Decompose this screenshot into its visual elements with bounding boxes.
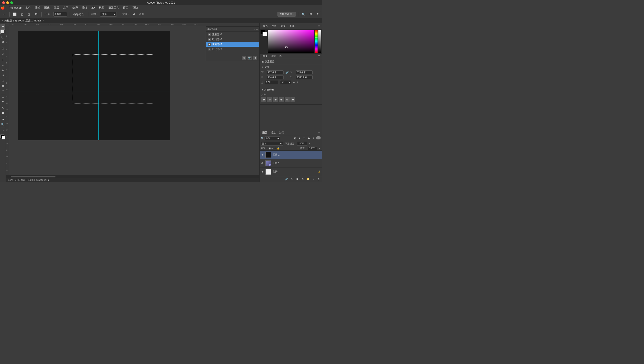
layers-tab[interactable]: 图层 (261, 130, 268, 135)
history-brush-btn[interactable]: ↺ (1, 73, 5, 78)
marquee-opts-1[interactable]: ◱ (19, 12, 25, 17)
filter-shape-btn[interactable]: ⬟ (307, 136, 311, 140)
lock-pixels-btn[interactable]: ▣ (269, 147, 271, 150)
layer-item-1[interactable]: 👁 ⧉ 牡鹿 1 (260, 159, 322, 168)
channels-tab[interactable]: 通道 (270, 130, 277, 135)
menu-window[interactable]: 窗口 (121, 5, 130, 10)
align-center-v-btn[interactable]: ⊟ (285, 97, 290, 102)
menu-text[interactable]: 文字 (61, 5, 70, 10)
history-expand-btn[interactable]: » (254, 28, 255, 30)
canvas-scrollbar-h[interactable] (6, 175, 259, 178)
marquee-rect-btn[interactable]: ⬜ (12, 12, 18, 17)
home-button[interactable]: ⌂ (1, 12, 7, 17)
layer-type-filter[interactable]: 类型 (265, 136, 280, 140)
fg-bg-boxes[interactable] (261, 30, 267, 36)
hue-strip[interactable] (315, 30, 318, 53)
x-input[interactable] (296, 70, 313, 74)
eraser-btn[interactable]: ◻ (1, 78, 5, 83)
layer-item-0[interactable]: 👁 图层 1 (260, 150, 322, 159)
style-select[interactable]: 正常 固定比例 固定大小 (100, 12, 117, 16)
menu-photoshop[interactable]: Photoshop (7, 6, 23, 10)
layer-mask-btn[interactable]: ◑ (295, 177, 299, 181)
hand-btn[interactable]: ☚ (1, 117, 5, 122)
minimize-button[interactable] (6, 1, 9, 4)
eyedropper-btn[interactable]: ⊘ (1, 51, 5, 56)
gradient-btn[interactable]: ▦ (1, 83, 5, 88)
filter-toggle[interactable] (316, 136, 321, 140)
share-button[interactable]: ⬆ (315, 12, 321, 17)
layer-fx-btn[interactable]: fx (290, 177, 294, 181)
move-tool-btn[interactable]: ✛ (1, 24, 5, 29)
libraries-tab[interactable]: 库 (278, 54, 283, 58)
layer-visibility-0[interactable]: 👁 (261, 153, 264, 156)
shape-btn[interactable]: ⬟ (1, 110, 5, 115)
status-arrow[interactable]: ▶ (48, 179, 50, 181)
layer-link-btn[interactable]: 🔗 (284, 177, 288, 181)
tab-close-btn[interactable]: ✕ (2, 20, 4, 22)
menu-help[interactable]: 帮助 (131, 5, 140, 10)
flip-h-btn[interactable]: ⇔ (293, 81, 295, 84)
opacity-expand-btn[interactable]: ▼ (308, 142, 310, 145)
link-wh-icon[interactable]: 🔗 (285, 71, 289, 74)
properties-tab[interactable]: 属性 (261, 54, 268, 58)
layer-group-btn[interactable]: 📁 (306, 177, 310, 181)
history-menu-btn[interactable]: ☰ (256, 28, 258, 30)
path-selection-btn[interactable]: ↖ (1, 105, 5, 110)
color-tab[interactable]: 颜色 (261, 24, 269, 28)
properties-menu-btn[interactable]: ☰ (318, 55, 320, 58)
canvas-background[interactable]: 历史记录 » ☰ ▣ 重新选择 ▣ 取消选择 (9, 26, 259, 175)
layout-button[interactable]: ⊟ (308, 12, 314, 17)
maximize-button[interactable] (10, 1, 13, 4)
history-new-snapshot-btn[interactable]: ⊞ (242, 56, 246, 60)
gradients-tab[interactable]: 渐变 (279, 24, 287, 28)
crop-tool-btn[interactable]: ⊡ (1, 46, 5, 51)
history-item-3[interactable]: ▣ 取消选择 (206, 47, 259, 52)
layer-delete-btn[interactable]: 🗑 (317, 177, 321, 181)
width-input[interactable] (267, 70, 284, 74)
lasso-tool-btn[interactable]: ◯ (1, 34, 5, 39)
marquee-opts-3[interactable]: ⊡ (33, 12, 39, 17)
marquee-tool-btn[interactable]: ⬜ (1, 29, 5, 34)
align-top-btn[interactable]: ⬣ (279, 97, 284, 102)
lock-position-btn[interactable]: ✏ (271, 147, 273, 150)
align-right-btn[interactable]: ⬣ (273, 97, 278, 102)
align-bottom-btn[interactable]: ⬣ (290, 97, 295, 102)
lock-artboard-btn[interactable]: ✛ (274, 147, 276, 150)
angle-ref-select[interactable]: ⊡ (280, 80, 291, 84)
apple-menu[interactable]: 🍎 (1, 6, 5, 10)
magic-wand-btn[interactable]: ⋇ (1, 40, 5, 44)
text-btn[interactable]: T (1, 100, 5, 105)
history-delete-btn[interactable]: 🗑 (253, 56, 257, 60)
swap-wh-button[interactable]: ⇌ (131, 12, 137, 17)
swatches-tab[interactable]: 色板 (270, 24, 278, 28)
filter-text-btn[interactable]: T (302, 136, 306, 140)
color-gradient-picker[interactable] (268, 30, 314, 53)
height-input[interactable] (267, 75, 284, 79)
filter-smart-btn[interactable]: ⊕ (311, 136, 316, 140)
spot-healing-btn[interactable]: ✦ (1, 58, 5, 62)
menu-file[interactable]: 文件 (24, 5, 33, 10)
bg-color-box[interactable] (263, 32, 267, 36)
filter-adjustment-btn[interactable]: ✦ (297, 136, 301, 140)
scrollbar-thumb-h[interactable] (11, 176, 56, 178)
layer-visibility-2[interactable]: 👁 (261, 170, 264, 174)
transform-section-header[interactable]: ▼ 变换 (260, 64, 322, 70)
menu-filter[interactable]: 滤镜 (80, 5, 89, 10)
color-picker-area[interactable] (260, 29, 322, 54)
layer-adjustment-btn[interactable]: ⊕ (301, 177, 305, 181)
lock-all-btn[interactable]: 🔒 (277, 147, 280, 150)
layer-visibility-1[interactable]: 👁 (261, 162, 264, 165)
antialiase-button[interactable]: 消除锯齿 (72, 12, 86, 17)
marquee-opts-2[interactable]: ◲ (26, 12, 32, 17)
history-item-2[interactable]: ▣ 重新选择 (206, 42, 259, 47)
blend-mode-select[interactable]: 正常 (261, 142, 283, 146)
fill-input[interactable] (308, 146, 317, 150)
menu-3d[interactable]: 3D (90, 6, 96, 10)
menu-image[interactable]: 图像 (43, 5, 52, 10)
layer-new-btn[interactable]: + (311, 177, 315, 181)
layers-menu-btn[interactable]: ☰ (318, 132, 320, 134)
filter-pixel-btn[interactable]: ▣ (293, 136, 297, 140)
extras-btn[interactable]: ••• (1, 128, 5, 134)
color-panel-menu[interactable]: ☰ (318, 25, 320, 27)
menu-plugins[interactable]: 增效工具 (107, 5, 121, 10)
